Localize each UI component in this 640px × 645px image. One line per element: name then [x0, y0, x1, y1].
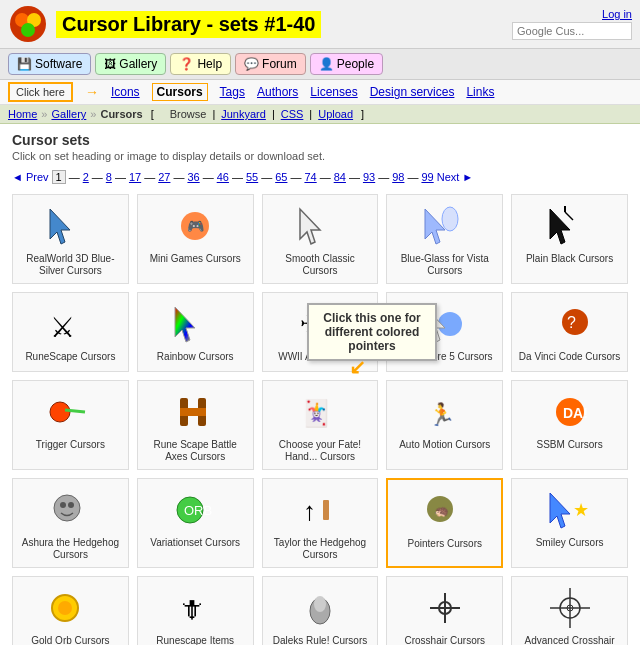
- cursor-item[interactable]: 🃏Choose your Fate! Hand... Cursors: [262, 380, 379, 470]
- click-here-label[interactable]: Click here: [8, 82, 73, 102]
- section-title: Cursor sets: [12, 132, 628, 148]
- sec-nav-authors[interactable]: Authors: [257, 85, 298, 99]
- cursor-item[interactable]: DA!SSBM Cursors: [511, 380, 628, 470]
- cursor-icon: [40, 583, 100, 633]
- cursor-item[interactable]: ⚔RuneScape Cursors: [12, 292, 129, 372]
- svg-line-22: [65, 410, 85, 412]
- svg-text:🏃: 🏃: [428, 401, 456, 428]
- cursor-label: Variationset Cursors: [150, 537, 240, 549]
- cursor-label: Plain Black Cursors: [526, 253, 613, 265]
- svg-text:⚔: ⚔: [50, 312, 75, 343]
- page-8[interactable]: 8: [106, 171, 112, 183]
- sec-nav-licenses[interactable]: Licenses: [310, 85, 357, 99]
- cursor-label: Mini Games Cursors: [150, 253, 241, 265]
- page-55[interactable]: 55: [246, 171, 258, 183]
- cursor-item[interactable]: Smooth Classic Cursors: [262, 194, 379, 284]
- cursor-item[interactable]: Gold Orb Cursors: [12, 576, 129, 645]
- gallery-icon: 🖼: [104, 57, 116, 71]
- site-title: Cursor Library - sets #1-40: [56, 11, 321, 38]
- next-button[interactable]: Next ►: [437, 171, 474, 183]
- sec-nav-cursors[interactable]: Cursors: [152, 83, 208, 101]
- cursor-label: Blue-Glass for Vista Cursors: [391, 253, 498, 277]
- cursor-label: Daleks Rule! Cursors: [273, 635, 367, 645]
- cursor-item[interactable]: Rainbow Cursors: [137, 292, 254, 372]
- page-74[interactable]: 74: [304, 171, 316, 183]
- svg-marker-7: [300, 209, 320, 244]
- sub-nav-css[interactable]: CSS: [281, 108, 304, 120]
- nav-btn-help[interactable]: ❓Help: [170, 53, 231, 75]
- cursor-label: Runescape Items Cursors: [142, 635, 249, 645]
- cursor-item[interactable]: Rune Scape Battle Axes Cursors: [137, 380, 254, 470]
- cursor-label: Rune Scape Battle Axes Cursors: [142, 439, 249, 463]
- cursor-label: Trigger Cursors: [36, 439, 105, 451]
- nav-label-software: Software: [35, 57, 82, 71]
- svg-rect-36: [323, 500, 329, 520]
- cursor-label: Taylor the Hedgehog Cursors: [267, 537, 374, 561]
- cursor-item[interactable]: ?Da Vinci Code Cursors: [511, 292, 628, 372]
- cursor-icon: ORB: [165, 485, 225, 535]
- pagination: ◄ Prev 1 — 2 — 8 — 17 — 27 — 36 — 46 — 5…: [12, 170, 628, 184]
- svg-point-31: [60, 502, 66, 508]
- cursor-icon: ★: [540, 485, 600, 535]
- sec-nav-tags[interactable]: Tags: [220, 85, 245, 99]
- page-65[interactable]: 65: [275, 171, 287, 183]
- secondary-nav: Click here → Icons Cursors Tags Authors …: [0, 80, 640, 105]
- cursor-item[interactable]: RealWorld 3D Blue-Silver Cursors: [12, 194, 129, 284]
- nav-btn-people[interactable]: 👤People: [310, 53, 383, 75]
- page-98[interactable]: 98: [392, 171, 404, 183]
- cursor-icon: DA!: [540, 387, 600, 437]
- svg-point-3: [21, 23, 35, 37]
- sub-nav-junkyard[interactable]: Junkyard: [221, 108, 266, 120]
- cursor-icon: [415, 201, 475, 251]
- page-27[interactable]: 27: [158, 171, 170, 183]
- cursor-item[interactable]: Blue-Glass for Vista Cursors: [386, 194, 503, 284]
- svg-point-30: [54, 495, 80, 521]
- cursor-item[interactable]: Advanced Crosshair Cursors: [511, 576, 628, 645]
- header-left: Cursor Library - sets #1-40: [8, 4, 321, 44]
- login-link[interactable]: Log in: [512, 8, 632, 20]
- cursor-item[interactable]: 🎮Mini Games Cursors: [137, 194, 254, 284]
- cursor-item[interactable]: Ashura the Hedgehog Cursors: [12, 478, 129, 568]
- cursor-label: Choose your Fate! Hand... Cursors: [267, 439, 374, 463]
- cursor-item[interactable]: ✈WWII Av... Curso...Click this one for d…: [262, 292, 379, 372]
- bread-home[interactable]: Home: [8, 108, 37, 120]
- cursor-icon: [290, 201, 350, 251]
- cursor-item[interactable]: Trigger Cursors: [12, 380, 129, 470]
- cursor-item[interactable]: 🗡Runescape Items Cursors: [137, 576, 254, 645]
- page-36[interactable]: 36: [187, 171, 199, 183]
- cursor-item[interactable]: ↑Taylor the Hedgehog Cursors: [262, 478, 379, 568]
- page-17[interactable]: 17: [129, 171, 141, 183]
- cursor-item[interactable]: 🦔Pointers Cursors: [386, 478, 503, 568]
- cursor-icon: ↑: [290, 485, 350, 535]
- svg-point-42: [58, 601, 72, 615]
- page-2[interactable]: 2: [83, 171, 89, 183]
- bread-gallery[interactable]: Gallery: [51, 108, 86, 120]
- prev-button[interactable]: ◄ Prev: [12, 171, 49, 183]
- nav-btn-software[interactable]: 💾Software: [8, 53, 91, 75]
- page-1[interactable]: 1: [52, 170, 66, 184]
- cursor-item[interactable]: Crosshair Cursors: [386, 576, 503, 645]
- nav-btn-gallery[interactable]: 🖼Gallery: [95, 53, 166, 75]
- sub-nav-upload[interactable]: Upload: [318, 108, 353, 120]
- page-93[interactable]: 93: [363, 171, 375, 183]
- bread-cursors: Cursors: [100, 108, 142, 120]
- svg-rect-25: [180, 408, 206, 416]
- cursor-item[interactable]: Plain Black Cursors: [511, 194, 628, 284]
- cursor-item[interactable]: 🏃Auto Motion Cursors: [386, 380, 503, 470]
- nav-btn-forum[interactable]: 💬Forum: [235, 53, 306, 75]
- google-search-input[interactable]: [512, 22, 632, 40]
- cursor-item[interactable]: ORBVariationset Cursors: [137, 478, 254, 568]
- sub-nav: Browse | Junkyard | CSS | Upload: [170, 108, 353, 120]
- page-46[interactable]: 46: [217, 171, 229, 183]
- sec-nav-design-services[interactable]: Design services: [370, 85, 455, 99]
- sub-nav-browse[interactable]: Browse: [170, 108, 207, 120]
- page-84[interactable]: 84: [334, 171, 346, 183]
- cursor-icon: [165, 299, 225, 349]
- cursor-icon: 🃏: [290, 387, 350, 437]
- sec-nav-links[interactable]: Links: [466, 85, 494, 99]
- sec-nav-icons[interactable]: Icons: [111, 85, 140, 99]
- cursor-item[interactable]: Daleks Rule! Cursors: [262, 576, 379, 645]
- nav-label-people: People: [337, 57, 374, 71]
- page-99[interactable]: 99: [421, 171, 433, 183]
- cursor-item[interactable]: ★Smiley Cursors: [511, 478, 628, 568]
